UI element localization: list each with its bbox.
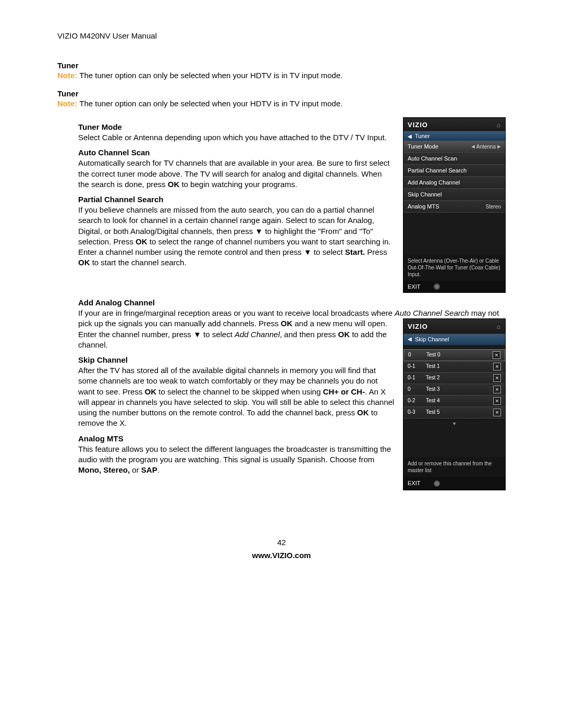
channel-number: 0-2 <box>408 397 426 404</box>
channel-name: Test 1 <box>426 363 493 370</box>
note-line-1: Note: The tuner option can only be selec… <box>57 71 506 80</box>
menu1-brand: VIZIO <box>408 121 428 129</box>
skip-p2: to select the channel to be skipped when… <box>156 387 323 396</box>
add-analog-p4: , and then press <box>280 330 338 339</box>
menu1-empty-area <box>403 213 505 254</box>
menu-item-label: Analog MTS <box>408 203 439 209</box>
add-analog-i2: Add Channel <box>235 330 280 339</box>
menu1-crumb-text: Tuner <box>415 133 430 139</box>
page-number: 42 <box>57 538 506 547</box>
menu-item: Auto Channel Scan <box>403 153 505 165</box>
channel-row: 0Test 3× <box>403 384 505 396</box>
note-label-1: Note: <box>57 71 77 80</box>
para-add-analog-a: If your are in fringe/marginal reception… <box>78 308 506 350</box>
note-line-2: Note: The tuner option can only be selec… <box>57 99 506 108</box>
skip-ok2: OK <box>357 408 369 417</box>
vizio-v-icon <box>434 480 440 487</box>
menu2-brand-bar: VIZIO ⌂ <box>403 319 505 334</box>
skip-checkbox-icon: × <box>493 386 501 393</box>
menu-item-value: ◀ Antenna ▶ <box>471 144 501 150</box>
right-arrow-icon: ▶ <box>497 144 501 149</box>
partial-start: Start. <box>345 248 365 256</box>
skip-ok1: OK <box>145 387 157 396</box>
menu1-exit-bar: EXIT <box>403 281 505 292</box>
channel-row: 0-1Test 2× <box>403 373 505 384</box>
page-footer: 42 www.VIZIO.com <box>57 538 506 560</box>
menu-item-label: Add Analog Channel <box>408 179 460 186</box>
menu-item-label: Tuner Mode <box>408 143 438 150</box>
menu-item-label: Skip Channel <box>408 191 442 198</box>
skip-checkbox-icon: × <box>493 363 501 371</box>
skip-chpm: CH+ or CH- <box>323 387 364 396</box>
heading-partial: Partial Channel Search <box>78 195 393 204</box>
channel-number: 0-1 <box>408 363 426 370</box>
menu2-spacer <box>403 345 505 349</box>
skip-checkbox-icon: × <box>493 351 500 359</box>
channel-name: Test 5 <box>426 409 493 416</box>
home-icon: ⌂ <box>497 323 501 331</box>
menu-item: Skip Channel <box>403 189 505 201</box>
channel-name: Test 4 <box>426 397 493 404</box>
partial-p4: to start the channel search. <box>90 258 187 267</box>
menu1-breadcrumb: ◀ Tuner <box>403 131 505 141</box>
scroll-down-icon: ▾ <box>403 418 505 429</box>
menu-item-value: Stereo <box>486 204 501 209</box>
partial-ok2: OK <box>78 258 90 267</box>
partial-p3: Press <box>365 248 387 256</box>
channel-name: Test 0 <box>426 351 493 359</box>
menu1-brand-bar: VIZIO ⌂ <box>403 118 505 131</box>
menu-item-label: Auto Channel Scan <box>408 155 457 162</box>
menu-item: Tuner Mode◀ Antenna ▶ <box>403 141 505 153</box>
channel-row: 0Test 0× <box>403 349 505 361</box>
menu-item: Partial Channel Search <box>403 165 505 177</box>
channel-number: 0 <box>408 386 426 393</box>
back-arrow-icon: ◀ <box>408 336 412 343</box>
channel-row: 0-2Test 4× <box>403 396 505 407</box>
mts-opts: Mono, Stereo, <box>78 465 130 474</box>
skip-channel-menu-screenshot: VIZIO ⌂ ◀ Skip Channel 0Test 0×0-1Test 1… <box>403 318 506 490</box>
channel-number: 0-1 <box>408 374 426 381</box>
home-icon: ⌂ <box>497 121 501 129</box>
left-arrow-icon: ◀ <box>471 144 475 149</box>
heading-add-analog: Add Analog Channel <box>78 298 506 307</box>
auto-scan-text-b: to begin watching your programs. <box>179 180 297 189</box>
add-analog-ok1: OK <box>281 319 293 328</box>
tuner-menu-screenshot: VIZIO ⌂ ◀ Tuner Tuner Mode◀ Antenna ▶Aut… <box>403 117 506 293</box>
menu-item: Add Analog Channel <box>403 177 505 189</box>
mts-p1: This feature allows you to select the di… <box>78 445 391 464</box>
menu2-empty-area <box>403 428 505 457</box>
back-arrow-icon: ◀ <box>408 133 412 139</box>
channel-number: 0 <box>408 351 426 359</box>
exit-label: EXIT <box>408 283 420 290</box>
channel-row: 0-3Test 5× <box>403 407 505 418</box>
channel-name: Test 2 <box>426 374 493 381</box>
mts-or: or <box>130 465 141 474</box>
footer-url: www.VIZIO.com <box>57 551 506 560</box>
skip-checkbox-icon: × <box>493 374 501 382</box>
heading-tuner-1: Tuner <box>57 61 506 70</box>
skip-checkbox-icon: × <box>493 397 501 405</box>
note-text-1: The tuner option can only be selected wh… <box>77 71 342 80</box>
channel-row: 0-1Test 1× <box>403 361 505 373</box>
menu1-help-text: Select Antenna (Over-The-Air) or Cable O… <box>403 254 505 281</box>
vizio-v-icon <box>434 283 440 290</box>
menu2-brand: VIZIO <box>408 322 428 331</box>
auto-scan-ok: OK <box>168 180 180 189</box>
menu2-crumb-text: Skip Channel <box>415 336 449 343</box>
skip-checkbox-icon: × <box>493 409 501 416</box>
menu2-breadcrumb: ◀ Skip Channel <box>403 334 505 345</box>
note-label-2: Note: <box>57 99 77 108</box>
note-text-2: The tuner option can only be selected wh… <box>77 99 342 108</box>
menu-item-label: Partial Channel Search <box>408 167 467 174</box>
para-partial: If you believe channels are missed from … <box>78 205 393 268</box>
menu-item: Analog MTSStereo <box>403 201 505 213</box>
exit-label: EXIT <box>408 479 420 487</box>
doc-header: VIZIO M420NV User Manual <box>57 31 506 40</box>
mts-dot: . <box>157 465 160 474</box>
para-auto-scan: Automatically search for TV channels tha… <box>78 158 393 190</box>
partial-ok1: OK <box>136 237 148 246</box>
add-analog-p1: If your are in fringe/marginal reception… <box>78 309 395 317</box>
menu2-exit-bar: EXIT <box>403 477 505 490</box>
heading-tuner-2: Tuner <box>57 89 506 98</box>
heading-tuner-mode: Tuner Mode <box>78 122 393 131</box>
